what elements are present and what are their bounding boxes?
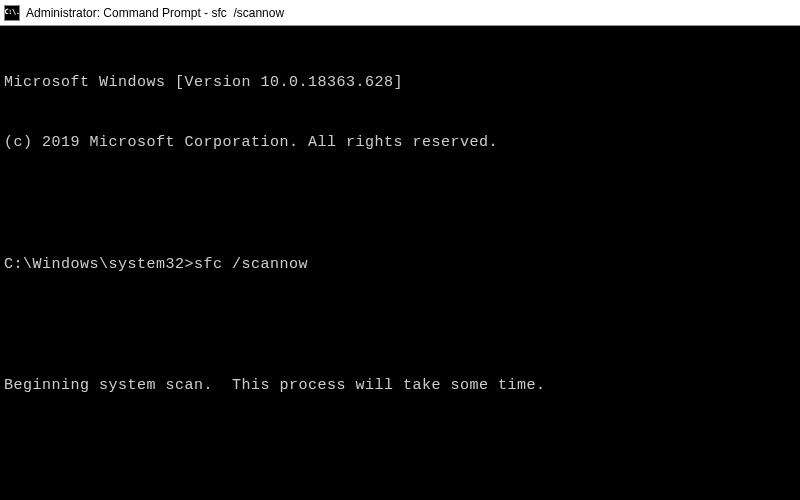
window-title: Administrator: Command Prompt - sfc /sca… — [26, 6, 284, 20]
status-line: Beginning system scan. This process will… — [4, 376, 796, 396]
cmd-icon: C:\. — [4, 5, 20, 21]
window-titlebar[interactable]: C:\. Administrator: Command Prompt - sfc… — [0, 0, 800, 26]
terminal-area[interactable]: Microsoft Windows [Version 10.0.18363.62… — [0, 26, 800, 423]
prompt-path: C:\Windows\system32> — [4, 255, 194, 275]
blank-line — [4, 316, 796, 336]
version-line: Microsoft Windows [Version 10.0.18363.62… — [4, 73, 796, 93]
blank-line — [4, 194, 796, 214]
prompt-line: C:\Windows\system32>sfc /scannow — [4, 255, 796, 275]
entered-command: sfc /scannow — [194, 255, 308, 275]
copyright-line: (c) 2019 Microsoft Corporation. All righ… — [4, 133, 796, 153]
cmd-icon-glyph: C:\. — [5, 9, 20, 16]
